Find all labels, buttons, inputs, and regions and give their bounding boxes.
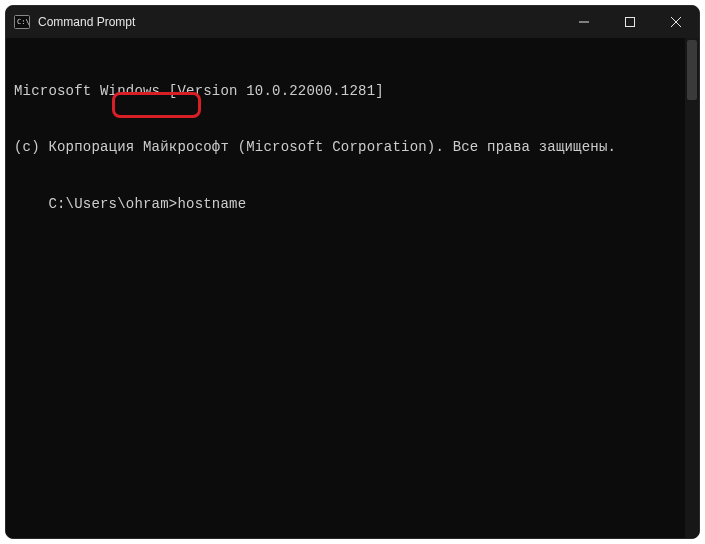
version-line: Microsoft Windows [Version 10.0.22000.12… — [14, 82, 691, 101]
minimize-button[interactable] — [561, 6, 607, 38]
titlebar[interactable]: C:\ Command Prompt — [6, 6, 699, 38]
cmd-icon: C:\ — [14, 14, 30, 30]
copyright-line: (c) Корпорация Майкрософт (Microsoft Cor… — [14, 138, 691, 157]
prompt-path: C:\Users\ohram — [48, 196, 168, 212]
typed-command: hostname — [177, 196, 246, 212]
window-controls — [561, 6, 699, 38]
terminal-area[interactable]: Microsoft Windows [Version 10.0.22000.12… — [6, 38, 699, 538]
command-prompt-window: C:\ Command Prompt Microsoft Windows [Ve… — [5, 5, 700, 539]
svg-rect-3 — [626, 18, 635, 27]
svg-text:C:\: C:\ — [17, 18, 30, 26]
window-title: Command Prompt — [38, 15, 135, 29]
maximize-button[interactable] — [607, 6, 653, 38]
scrollbar-thumb[interactable] — [687, 40, 697, 100]
vertical-scrollbar[interactable] — [685, 38, 699, 538]
prompt-line: C:\Users\ohram>hostname — [48, 195, 246, 214]
close-button[interactable] — [653, 6, 699, 38]
